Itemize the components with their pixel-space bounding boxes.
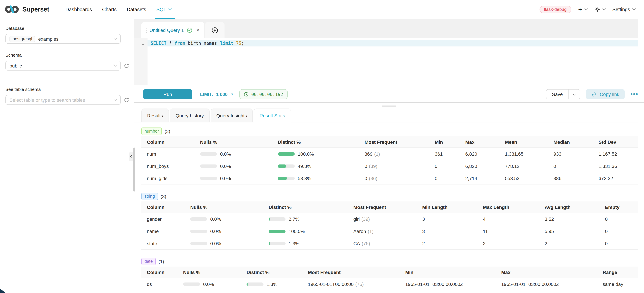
- percent-label: 100.0%: [298, 151, 314, 156]
- database-select[interactable]: postgresql examples: [6, 34, 121, 44]
- copy-link-button[interactable]: Copy link: [586, 89, 625, 99]
- nulls-pct-cell: 0.0%: [178, 281, 241, 287]
- stat-value-cell: 2: [539, 240, 600, 246]
- most-frequent-count: (75): [355, 281, 364, 287]
- column-header: Most Frequent: [302, 270, 400, 275]
- distinct-pct-cell: 1.3%: [241, 281, 302, 287]
- code-line: SELECT * from birth_names limit 75;: [148, 40, 638, 46]
- refresh-tables-button[interactable]: [124, 97, 129, 102]
- superset-logo[interactable]: Superset: [4, 5, 49, 14]
- settings-menu[interactable]: Settings: [612, 6, 635, 12]
- tab-query-history[interactable]: Query history: [170, 108, 210, 122]
- stat-value-cell: 0: [429, 176, 460, 181]
- column-header: Range: [597, 270, 638, 275]
- most-frequent-cell: girl(39): [348, 216, 417, 222]
- column-header: Nulls %: [185, 204, 263, 210]
- pane-resize-handle[interactable]: [382, 105, 396, 108]
- stat-value-cell: 3: [417, 228, 478, 234]
- new-item-button[interactable]: +: [578, 6, 587, 13]
- type-tag-string: string: [142, 192, 158, 200]
- percent-bar-track: [278, 152, 295, 156]
- column-name-cell: gender: [142, 216, 185, 222]
- nav-item-charts[interactable]: Charts: [97, 0, 122, 19]
- top-right-cluster: flask-debug + Settings: [540, 6, 635, 13]
- percent-bar-track: [278, 164, 295, 168]
- add-query-tab-button[interactable]: [205, 22, 224, 38]
- caret-down-icon: ▼: [230, 92, 234, 96]
- database-label: Database: [6, 26, 134, 31]
- query-elapsed-timer: 00:00:00.192: [240, 89, 288, 99]
- percent-bar-fill: [278, 152, 295, 156]
- column-header: Distinct %: [272, 139, 359, 145]
- column-header: Most Frequent: [359, 139, 429, 145]
- refresh-schemas-button[interactable]: [124, 63, 129, 68]
- close-tab-icon[interactable]: ✕: [196, 28, 200, 33]
- most-frequent-cell: 0(36): [359, 176, 429, 181]
- nav-item-sql[interactable]: SQL: [151, 0, 176, 19]
- column-header: Max Length: [478, 204, 539, 210]
- theme-toggle-button[interactable]: [594, 6, 605, 12]
- percent-bar-fill: [268, 242, 270, 245]
- refresh-icon: [124, 63, 129, 68]
- tab-result-stats[interactable]: Result Stats: [254, 108, 291, 122]
- stat-value-cell: 361: [429, 151, 460, 156]
- sql-lab-sidebar: Database postgresql examples Schema publ…: [0, 19, 134, 293]
- table-header-row: ColumnNulls %Distinct %Most FrequentMin …: [142, 202, 638, 213]
- limit-value: 1 000: [216, 92, 228, 97]
- query-tab[interactable]: Untitled Query 1 ✕: [142, 22, 204, 38]
- chevron-down-icon: [168, 7, 172, 10]
- percent-label: 1.3%: [288, 240, 300, 246]
- run-button[interactable]: Run: [143, 89, 192, 99]
- column-header: Column: [142, 139, 195, 145]
- results-tabbar: Results Query history Query Insights Res…: [134, 108, 638, 122]
- result-stats-panel: number (3) ColumnNulls %Distinct %Most F…: [134, 122, 644, 293]
- limit-dropdown[interactable]: LIMIT: 1 000 ▼: [200, 92, 234, 97]
- most-frequent-cell: 1965-01-01T00:00:00(75): [302, 281, 400, 287]
- save-options-button[interactable]: [569, 90, 580, 99]
- save-button[interactable]: Save: [546, 92, 568, 97]
- stat-value-cell: 2,714: [460, 176, 500, 181]
- percent-label: 0.0%: [210, 240, 221, 246]
- save-split-button[interactable]: Save: [546, 89, 580, 99]
- table-header-row: ColumnNulls %Distinct %Most FrequentMinM…: [142, 266, 638, 278]
- stats-section-number: number (3) ColumnNulls %Distinct %Most F…: [142, 128, 638, 184]
- most-frequent-value: girl: [353, 216, 360, 222]
- nav-item-datasets[interactable]: Datasets: [122, 0, 151, 19]
- stats-table-number: ColumnNulls %Distinct %Most FrequentMinM…: [142, 136, 638, 184]
- stat-value-cell: 672.32: [593, 176, 638, 181]
- sidebar-collapse-button[interactable]: [129, 152, 133, 161]
- nav-item-dashboards[interactable]: Dashboards: [60, 0, 97, 19]
- distinct-pct-cell: 1.3%: [263, 240, 348, 246]
- table-row: num_boys0.0%49.3%0(39)06,820778.1201,331…: [142, 160, 638, 172]
- most-frequent-cell: Aaron(1): [348, 228, 417, 234]
- percent-label: 100.0%: [288, 228, 305, 234]
- stat-value-cell: 0: [600, 240, 638, 246]
- tab-results[interactable]: Results: [142, 108, 169, 122]
- refresh-icon: [124, 97, 129, 102]
- more-actions-button[interactable]: •••: [630, 92, 638, 96]
- table-row: num_girls0.0%53.3%0(36)02,714553.5338667…: [142, 172, 638, 184]
- type-count: (3): [165, 129, 170, 134]
- percent-label: 1.3%: [266, 281, 278, 287]
- schema-select[interactable]: public: [6, 61, 121, 70]
- code-token: ;: [241, 41, 244, 46]
- vertical-scrollbar[interactable]: [133, 148, 135, 192]
- table-header-row: ColumnNulls %Distinct %Most FrequentMinM…: [142, 136, 638, 148]
- column-header: Distinct %: [263, 204, 348, 210]
- percent-label: 2.7%: [288, 216, 300, 222]
- sql-editor[interactable]: 1 SELECT * from birth_names limit 75;: [134, 38, 638, 85]
- code-token: 75: [236, 41, 241, 46]
- table-select[interactable]: Select table or type to search tables: [6, 95, 121, 105]
- drag-handle-icon[interactable]: [146, 28, 146, 33]
- stat-value-cell: 1,331.65: [500, 151, 548, 156]
- column-header: Max: [460, 139, 500, 145]
- stat-value-cell: 4: [478, 216, 539, 222]
- percent-bar-track: [183, 282, 200, 286]
- tab-query-insights[interactable]: Query Insights: [210, 108, 253, 122]
- column-header: Mean: [500, 139, 548, 145]
- percent-bar-track: [200, 176, 217, 180]
- stat-value-cell: 0: [600, 216, 638, 222]
- most-frequent-value: CA: [353, 240, 360, 246]
- stat-value-cell: 1,331.36: [593, 163, 638, 169]
- editor-code-area[interactable]: SELECT * from birth_names limit 75;: [148, 38, 638, 85]
